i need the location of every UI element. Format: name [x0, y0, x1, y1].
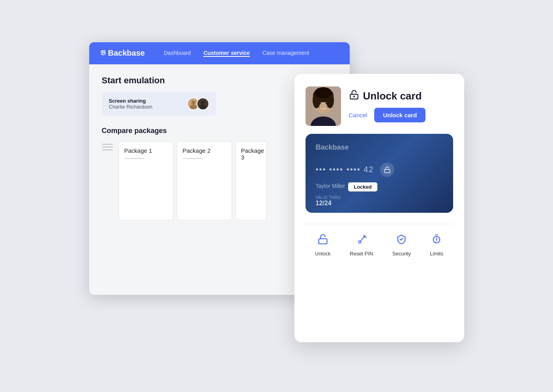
package-1-label: Package 1: [124, 147, 168, 154]
unlock-title-row: Unlock card: [349, 90, 453, 102]
screen-sharing-name: Charlie Richardson: [109, 104, 153, 110]
svg-rect-17: [385, 169, 390, 173]
unlock-header: Unlock card Cancel Unlock card: [306, 86, 453, 126]
reset-pin-label: Reset PIN: [350, 251, 373, 257]
avatars-group: [187, 98, 209, 110]
unlock-card-panel: Unlock card Cancel Unlock card Backbase …: [294, 74, 464, 342]
security-icon: [396, 234, 407, 248]
nav-customer-service[interactable]: Customer service: [203, 50, 250, 57]
svg-point-1: [191, 100, 195, 105]
cancel-button[interactable]: Cancel: [349, 112, 367, 118]
svg-point-4: [201, 100, 205, 105]
action-limits[interactable]: Limits: [430, 234, 443, 257]
unlock-actions: Cancel Unlock card: [349, 108, 453, 122]
card-lock-overlay: [380, 163, 394, 177]
credit-card: Backbase ••• •••• •••• 42 Taylor Miller …: [306, 134, 453, 213]
svg-point-11: [315, 87, 332, 98]
package-card-1[interactable]: Package 1: [118, 141, 174, 220]
screen-sharing-label: Screen sharing: [109, 98, 153, 104]
card-valid-value: 12/24: [316, 200, 443, 207]
logo: 𝔅 Backbase: [100, 49, 145, 58]
action-security[interactable]: Security: [392, 234, 411, 257]
package-2-line: [183, 158, 202, 159]
divider: [306, 224, 453, 224]
unlock-action-label: Unlock: [315, 251, 331, 257]
action-reset-pin[interactable]: Reset PIN: [350, 234, 373, 257]
reset-pin-icon: [356, 234, 367, 248]
unlock-card-button[interactable]: Unlock card: [374, 108, 426, 122]
user-photo: [306, 86, 341, 126]
limits-label: Limits: [430, 251, 443, 257]
package-1-line: [124, 158, 144, 159]
security-label: Security: [392, 251, 411, 257]
nav-dashboard[interactable]: Dashboard: [164, 50, 191, 57]
logo-text: Backbase: [108, 49, 145, 58]
screen-sharing-bar: Screen sharing Charlie Richardson: [102, 92, 216, 116]
action-unlock[interactable]: Unlock: [315, 234, 331, 257]
package-card-2[interactable]: Package 2: [177, 141, 232, 220]
svg-rect-18: [319, 238, 327, 244]
unlock-action-icon: [317, 234, 328, 248]
limits-icon: [431, 234, 442, 248]
package-card-3-partial: Package 3: [235, 141, 267, 220]
svg-point-16: [353, 96, 354, 97]
top-nav: 𝔅 Backbase Dashboard Customer service Ca…: [89, 42, 350, 64]
unlock-info: Unlock card Cancel Unlock card: [349, 90, 453, 122]
unlock-title: Unlock card: [363, 90, 422, 102]
logo-icon: 𝔅: [100, 49, 106, 57]
card-holder: Taylor Miller: [316, 183, 345, 189]
svg-point-21: [436, 240, 437, 241]
card-valid-label: Valid Thru: [316, 195, 443, 200]
avatar-2: [197, 98, 209, 110]
svg-point-13: [319, 102, 321, 104]
card-number-row: ••• •••• •••• 42: [316, 163, 443, 177]
nav-case-management[interactable]: Case management: [262, 50, 309, 57]
package-3-label: Package 3: [241, 147, 261, 161]
bottom-actions: Unlock Reset PIN: [306, 232, 453, 257]
package-2-label: Package 2: [183, 147, 226, 154]
list-icon: [102, 144, 113, 150]
card-number-dots: ••• •••• •••• 42: [316, 165, 374, 174]
card-brand: Backbase: [316, 143, 443, 152]
svg-point-14: [326, 102, 328, 104]
locked-badge: Locked: [348, 182, 377, 191]
unlock-icon-large: [349, 90, 359, 102]
